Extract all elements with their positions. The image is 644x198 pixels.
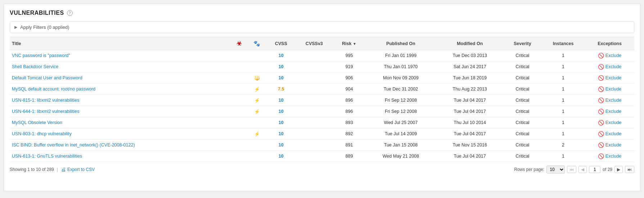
table-row: USN-644-1: libxml2 vulnerabilities ⚡ 10 …	[10, 106, 634, 117]
cell-published-on: Tue Jan 15 2008	[365, 140, 436, 151]
cell-cvss: 10	[267, 50, 296, 61]
exclude-button[interactable]: 🚫 Exclude	[598, 64, 621, 70]
cell-bio	[231, 140, 247, 151]
exclude-button[interactable]: 🚫 Exclude	[598, 86, 621, 92]
cell-exceptions[interactable]: 🚫 Exclude	[585, 128, 634, 140]
cell-risk: 889	[333, 151, 365, 162]
cell-cvssv3	[296, 106, 333, 117]
exclude-button[interactable]: 🚫 Exclude	[598, 153, 621, 159]
exclude-icon: 🚫	[598, 53, 604, 58]
vuln-title-link[interactable]: MySQL Obsolete Version	[12, 120, 62, 125]
cell-instances: 1	[541, 61, 585, 72]
cell-bio	[231, 61, 247, 72]
col-instances[interactable]: Instances	[541, 37, 585, 50]
vuln-title-link[interactable]: MySQL default account: root/no password	[12, 87, 95, 92]
cell-cvss: 10	[267, 151, 296, 162]
cell-title[interactable]: ISC BIND: Buffer overflow in inet_networ…	[10, 140, 231, 151]
vuln-title-link[interactable]: VNC password is "password"	[12, 53, 70, 58]
vuln-title-link[interactable]: USN-803-1: dhcp vulnerability	[12, 131, 72, 136]
export-label: Export to CSV	[67, 167, 95, 172]
col-modified-on[interactable]: Modified On	[436, 37, 504, 50]
cell-instances: 1	[541, 117, 585, 128]
cell-exceptions[interactable]: 🚫 Exclude	[585, 140, 634, 151]
help-icon[interactable]: ?	[67, 10, 73, 16]
cell-published-on: Wed May 21 2008	[365, 151, 436, 162]
cell-cvss: 10	[267, 140, 296, 151]
filter-bar[interactable]: ▶ Apply Filters (0 applied)	[10, 21, 634, 33]
footer-right: Rows per page: 10 25 50 100 ⏮ ◀ of 29 ▶ …	[514, 166, 634, 173]
page-total-label: of 29	[603, 167, 612, 172]
cell-risk: 896	[333, 106, 365, 117]
col-exceptions[interactable]: Exceptions	[585, 37, 634, 50]
cell-title[interactable]: USN-644-1: libxml2 vulnerabilities	[10, 106, 231, 117]
prev-page-button[interactable]: ◀	[578, 166, 587, 173]
cell-title[interactable]: MySQL Obsolete Version	[10, 117, 231, 128]
biohazard-icon: ☣	[237, 40, 242, 47]
sort-arrow-icon: ▼	[353, 42, 356, 46]
last-page-button[interactable]: ⏭	[625, 166, 634, 173]
cell-title[interactable]: USN-815-1: libxml2 vulnerabilities	[10, 95, 231, 106]
cell-exceptions[interactable]: 🚫 Exclude	[585, 106, 634, 117]
exclude-icon: 🚫	[598, 97, 604, 103]
exclude-button[interactable]: 🚫 Exclude	[598, 142, 621, 148]
exclude-button[interactable]: 🚫 Exclude	[598, 97, 621, 103]
cell-exceptions[interactable]: 🚫 Exclude	[585, 72, 634, 84]
cell-title[interactable]: USN-803-1: dhcp vulnerability	[10, 128, 231, 140]
cell-exceptions[interactable]: 🚫 Exclude	[585, 117, 634, 128]
cell-bio	[231, 128, 247, 140]
vuln-title-link[interactable]: USN-613-1: GnuTLS vulnerabilities	[12, 154, 82, 159]
cell-modified-on: Thu Jul 10 2014	[436, 117, 504, 128]
cell-risk: 892	[333, 128, 365, 140]
filter-label: Apply Filters (0 applied)	[20, 25, 69, 30]
cell-exceptions[interactable]: 🚫 Exclude	[585, 95, 634, 106]
exclude-label: Exclude	[605, 154, 621, 159]
exclude-button[interactable]: 🚫 Exclude	[598, 75, 621, 81]
exclude-label: Exclude	[605, 75, 621, 80]
col-cvssv3[interactable]: CVSSv3	[296, 37, 333, 50]
cell-bio	[231, 50, 247, 61]
cell-title[interactable]: Shell Backdoor Service	[10, 61, 231, 72]
exclude-button[interactable]: 🚫 Exclude	[598, 120, 621, 126]
cell-bio	[231, 106, 247, 117]
exclude-button[interactable]: 🚫 Exclude	[598, 53, 621, 58]
vuln-title-link[interactable]: Default Tomcat User and Password	[12, 75, 82, 80]
first-page-button[interactable]: ⏮	[567, 166, 576, 173]
cell-title[interactable]: MySQL default account: root/no password	[10, 84, 231, 95]
cell-severity: Critical	[504, 117, 541, 128]
next-page-button[interactable]: ▶	[614, 166, 623, 173]
exclude-icon: 🚫	[598, 64, 604, 70]
exclude-button[interactable]: 🚫 Exclude	[598, 109, 621, 114]
footer-left: Showing 1 to 10 of 289 | 🖨 Export to CSV	[10, 167, 95, 172]
cell-modified-on: Tue Nov 15 2016	[436, 140, 504, 151]
vuln-title-link[interactable]: ISC BIND: Buffer overflow in inet_networ…	[12, 142, 135, 148]
col-cvss[interactable]: CVSS	[267, 37, 296, 50]
cell-exceptions[interactable]: 🚫 Exclude	[585, 151, 634, 162]
cell-exceptions[interactable]: 🚫 Exclude	[585, 61, 634, 72]
exclude-icon: 🚫	[598, 75, 604, 81]
cell-cvss: 10	[267, 117, 296, 128]
vuln-title-link[interactable]: USN-815-1: libxml2 vulnerabilities	[12, 98, 80, 103]
cell-risk: 919	[333, 61, 365, 72]
vuln-title-link[interactable]: USN-644-1: libxml2 vulnerabilities	[12, 109, 80, 114]
table-row: USN-815-1: libxml2 vulnerabilities ⚡ 10 …	[10, 95, 634, 106]
col-published-on[interactable]: Published On	[365, 37, 436, 50]
export-csv-button[interactable]: 🖨 Export to CSV	[61, 167, 95, 172]
cell-published-on: Thu Jan 01 1970	[365, 61, 436, 72]
col-risk[interactable]: Risk ▼	[333, 37, 365, 50]
page-number-input[interactable]	[589, 166, 600, 173]
cell-title[interactable]: USN-613-1: GnuTLS vulnerabilities	[10, 151, 231, 162]
exclude-button[interactable]: 🚫 Exclude	[598, 131, 621, 137]
vuln-title-link[interactable]: Shell Backdoor Service	[12, 64, 58, 69]
exploit-icon: 🐾	[253, 40, 260, 47]
cell-title[interactable]: Default Tomcat User and Password	[10, 72, 231, 84]
table-row: USN-613-1: GnuTLS vulnerabilities 10 889…	[10, 151, 634, 162]
cell-cvssv3	[296, 72, 333, 84]
col-severity[interactable]: Severity	[504, 37, 541, 50]
cell-cvss: 7.5	[267, 84, 296, 95]
cell-title[interactable]: VNC password is "password"	[10, 50, 231, 61]
cell-exceptions[interactable]: 🚫 Exclude	[585, 84, 634, 95]
exclude-label: Exclude	[605, 120, 621, 125]
rows-per-page-select[interactable]: 10 25 50 100	[546, 166, 565, 173]
showing-label: Showing 1 to 10 of 289	[10, 167, 54, 172]
cell-exceptions[interactable]: 🚫 Exclude	[585, 50, 634, 61]
